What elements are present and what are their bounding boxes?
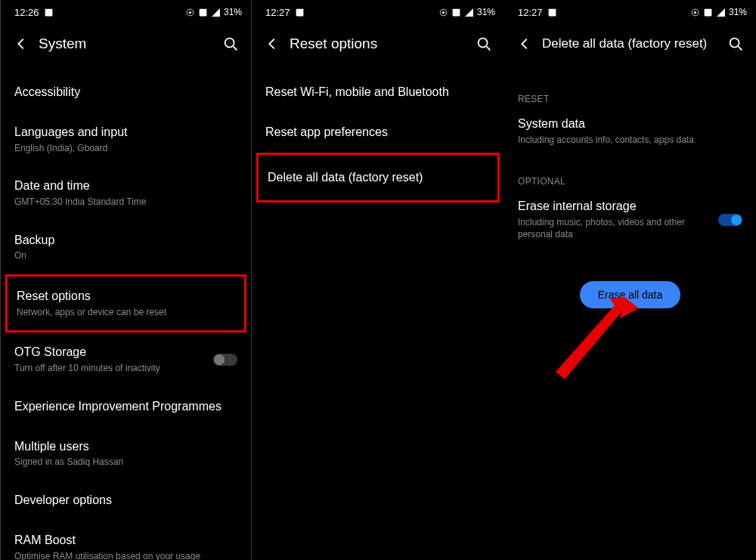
status-bar: 12:27 31%	[504, 0, 756, 21]
item-reset-options[interactable]: Reset options Network, apps or device ca…	[5, 274, 246, 333]
nfc-icon	[451, 8, 461, 17]
battery-text: 31%	[477, 7, 495, 17]
search-icon[interactable]	[727, 36, 744, 52]
hotspot-icon	[690, 8, 700, 17]
item-backup[interactable]: Backup On	[1, 221, 251, 274]
item-erase-internal-storage[interactable]: Erase internal storage Including music, …	[504, 193, 756, 252]
clock: 12:27	[518, 7, 543, 18]
signal-icon	[211, 8, 221, 17]
svg-rect-5	[296, 8, 303, 16]
nfc-icon	[198, 8, 208, 17]
svg-point-4	[225, 39, 234, 48]
svg-rect-8	[453, 8, 460, 16]
app-bar: Reset options	[252, 21, 504, 63]
app-bar: System	[1, 21, 251, 63]
page-title: System	[39, 36, 222, 52]
nfc-icon	[703, 8, 713, 17]
hotspot-icon	[185, 8, 195, 17]
item-accessibility[interactable]: Accessibility	[1, 63, 251, 113]
image-icon	[295, 8, 305, 17]
back-icon[interactable]	[516, 36, 533, 52]
svg-point-1	[189, 11, 191, 13]
item-ram-boost[interactable]: RAM Boost Optimise RAM utilisation based…	[1, 521, 251, 560]
page-title: Delete all data (factory reset)	[542, 36, 727, 51]
svg-marker-15	[556, 296, 639, 379]
battery-text: 31%	[729, 7, 747, 17]
item-delete-all-data[interactable]: Delete all data (factory reset)	[256, 153, 500, 203]
search-icon[interactable]	[222, 36, 239, 52]
section-reset: RESET	[504, 63, 756, 110]
image-icon	[44, 8, 54, 17]
clock: 12:27	[265, 7, 290, 18]
app-bar: Delete all data (factory reset)	[504, 21, 756, 63]
erase-storage-toggle[interactable]	[718, 214, 742, 226]
item-multiple-users[interactable]: Multiple users Signed in as Sadiq Hassan	[1, 427, 251, 481]
section-optional: OPTIONAL	[504, 158, 756, 193]
back-icon[interactable]	[13, 36, 29, 52]
signal-icon	[464, 8, 474, 17]
item-experience-programmes[interactable]: Experience Improvement Programmes	[1, 387, 251, 427]
annotation-arrow	[550, 295, 640, 393]
item-reset-wifi[interactable]: Reset Wi-Fi, mobile and Bluetooth	[252, 63, 504, 113]
svg-point-6	[442, 11, 445, 13]
svg-rect-0	[45, 8, 52, 16]
battery-text: 31%	[224, 7, 242, 17]
item-developer-options[interactable]: Developer options	[1, 481, 251, 521]
hotspot-icon	[438, 8, 448, 17]
status-bar: 12:26 31%	[1, 0, 251, 21]
svg-rect-13	[705, 8, 712, 16]
clock: 12:26	[14, 7, 39, 18]
otg-toggle[interactable]	[213, 354, 237, 366]
svg-point-9	[479, 39, 488, 48]
page-title: Reset options	[290, 36, 476, 52]
status-bar: 12:27 31%	[252, 0, 504, 21]
item-reset-app-prefs[interactable]: Reset app preferences	[252, 113, 504, 153]
svg-point-11	[694, 11, 696, 13]
svg-point-14	[730, 39, 739, 48]
item-date-time[interactable]: Date and time GMT+05:30 India Standard T…	[1, 166, 251, 220]
svg-rect-10	[548, 8, 556, 16]
search-icon[interactable]	[476, 36, 492, 52]
signal-icon	[716, 8, 726, 17]
item-otg-storage[interactable]: OTG Storage Turn off after 10 minutes of…	[1, 333, 251, 386]
pane-reset-options: 12:27 31% Reset options Reset Wi-Fi, mob…	[252, 0, 504, 560]
pane-factory-reset: 12:27 31% Delete all data (factory reset…	[504, 0, 756, 560]
erase-all-data-button[interactable]: Erase all data	[580, 281, 681, 308]
item-languages[interactable]: Languages and input English (India), Gbo…	[1, 113, 251, 166]
svg-rect-3	[200, 8, 207, 16]
item-system-data: System data Including accounts info, con…	[504, 110, 756, 158]
image-icon	[547, 8, 557, 17]
pane-system: 12:26 31% System Accessibility Languages…	[0, 0, 252, 560]
back-icon[interactable]	[264, 36, 280, 52]
